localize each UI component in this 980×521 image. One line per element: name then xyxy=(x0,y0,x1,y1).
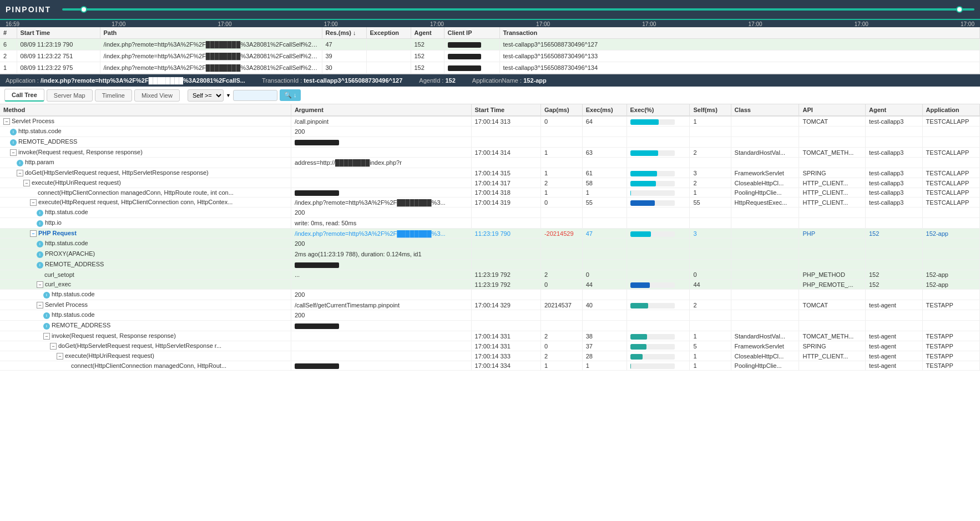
ct-agent: test-callapp3 xyxy=(865,188,922,198)
call-tree-row[interactable]: ihttp.status.code 200 xyxy=(0,127,980,137)
expand-icon[interactable]: − xyxy=(10,149,17,156)
ct-exec-pct xyxy=(627,249,690,260)
ct-method: connect(HttpClientConnection managedConn… xyxy=(0,188,291,198)
table-row[interactable]: 6 08/09 11:23:19 790 /index.php?remote=h… xyxy=(0,39,980,50)
expand-icon[interactable]: − xyxy=(17,170,23,176)
expand-icon[interactable]: − xyxy=(50,343,57,350)
call-tree-row[interactable]: −doGet(HttpServletRequest request, HttpS… xyxy=(0,341,980,351)
ct-method: −invoke(Request request, Response respon… xyxy=(0,331,291,341)
expand-icon[interactable]: − xyxy=(3,118,10,125)
col-header-exc: Exception xyxy=(366,27,411,39)
timeline-thumb-left[interactable] xyxy=(80,6,87,13)
transaction-section: # Start Time Path Res.(ms) ↓ Exception A… xyxy=(0,27,980,74)
expand-icon[interactable]: − xyxy=(43,333,50,340)
call-tree-row[interactable]: ihttp.status.code 200 xyxy=(0,310,980,321)
call-tree-row[interactable]: −execute(HttpUriRequest request) 17:00:1… xyxy=(0,178,980,188)
exec-bar xyxy=(630,344,647,350)
call-tree-row[interactable]: iREMOTE_ADDRESS xyxy=(0,321,980,331)
exec-bar-container xyxy=(630,200,675,206)
call-tree-row[interactable]: connect(HttpClientConnection managedConn… xyxy=(0,361,980,371)
tl-8: 17:00 xyxy=(855,21,868,27)
exec-bar xyxy=(630,181,656,186)
ct-agent: test-agent xyxy=(865,351,922,361)
cell-agent: 152 xyxy=(411,62,444,74)
tab-call-tree[interactable]: Call Tree xyxy=(4,89,44,102)
call-tree-row[interactable]: iREMOTE_ADDRESS xyxy=(0,260,980,270)
call-tree-row[interactable]: iREMOTE_ADDRESS xyxy=(0,137,980,148)
exec-bar-container xyxy=(630,334,675,340)
ct-gap: -20214529 xyxy=(540,229,582,239)
ct-api xyxy=(799,310,866,321)
self-filter-select[interactable]: Self >= xyxy=(188,89,224,102)
call-tree-row[interactable]: iPROXY(APACHE) 2ms ago(11:23:19 788), du… xyxy=(0,249,980,260)
ct-class: PoolingHttpClie... xyxy=(731,361,799,371)
ct-exec-pct xyxy=(627,127,690,137)
call-tree-container[interactable]: Method Argument Start Time Gap(ms) Exec(… xyxy=(0,104,980,393)
ct-exec-pct xyxy=(627,188,690,198)
timeline-thumb-right[interactable] xyxy=(956,6,963,13)
expand-icon[interactable]: − xyxy=(57,353,63,360)
exec-bar-container xyxy=(630,119,675,125)
tab-timeline[interactable]: Timeline xyxy=(95,89,132,102)
expand-icon[interactable]: − xyxy=(37,302,43,308)
ct-application: TESTCALLAPP xyxy=(922,178,979,188)
ct-agent: test-callapp3 xyxy=(865,116,922,127)
ct-application: 152-app xyxy=(922,229,979,239)
call-tree-row[interactable]: −invoke(Request request, Response respon… xyxy=(0,148,980,158)
ct-starttime: 17:00:14 331 xyxy=(471,341,540,351)
call-tree-row[interactable]: ihttp.param address=http://████████index… xyxy=(0,158,980,168)
ct-api xyxy=(799,127,866,137)
ct-agent: test-callapp3 xyxy=(865,168,922,178)
ct-argument xyxy=(291,137,471,148)
call-tree-row[interactable]: ihttp.status.code 200 xyxy=(0,208,980,218)
call-tree-row[interactable]: −PHP Request /index.php?remote=http%3A%2… xyxy=(0,229,980,239)
ct-method: iPROXY(APACHE) xyxy=(0,249,291,260)
call-tree-row[interactable]: curl_setopt ... 11:23:19 792 2 0 0 PHP_M… xyxy=(0,270,980,280)
ct-application xyxy=(922,158,979,168)
tab-mixed-view[interactable]: Mixed View xyxy=(134,89,180,102)
ct-gap: 1 xyxy=(540,148,582,158)
ct-exec-ms: 37 xyxy=(582,341,627,351)
ct-starttime xyxy=(471,310,540,321)
timeline-bar[interactable] xyxy=(62,0,974,19)
expand-icon[interactable]: − xyxy=(37,281,43,288)
exec-bar-container xyxy=(630,181,675,186)
ct-self-ms xyxy=(690,321,731,331)
expand-icon[interactable]: − xyxy=(23,180,30,186)
call-tree-row[interactable]: −doGet(HttpServletRequest request, HttpS… xyxy=(0,168,980,178)
call-tree-row[interactable]: −curl_exec 11:23:19 792 0 44 44 PHP_REMO… xyxy=(0,280,980,290)
tl-0: 16:59 xyxy=(6,21,19,27)
call-tree-row[interactable]: ihttp.status.code 200 xyxy=(0,290,980,300)
search-button[interactable]: 🔍 ↓ xyxy=(280,89,301,101)
exec-bar-container xyxy=(630,231,675,237)
ct-gap: 20214537 xyxy=(540,300,582,310)
tab-server-map[interactable]: Server Map xyxy=(47,89,93,102)
ct-exec-pct xyxy=(627,300,690,310)
expand-icon[interactable]: − xyxy=(30,199,37,206)
ct-col-api: API xyxy=(799,104,866,116)
call-tree-row[interactable]: −invoke(Request request, Response respon… xyxy=(0,331,980,341)
ct-col-application: Application xyxy=(922,104,979,116)
expand-icon[interactable]: − xyxy=(30,230,37,237)
table-row[interactable]: 2 08/09 11:23:22 751 /index.php?remote=h… xyxy=(0,50,980,62)
cell-ip xyxy=(444,50,499,62)
call-tree-row[interactable]: −execute(HttpRequest request, HttpClient… xyxy=(0,198,980,208)
table-row[interactable]: 1 08/09 11:23:22 975 /index.php?remote=h… xyxy=(0,62,980,74)
call-tree-row[interactable]: ihttp.status.code 200 xyxy=(0,239,980,249)
ct-gap xyxy=(540,158,582,168)
ct-api: HTTP_CLIENT... xyxy=(799,198,866,208)
call-tree-row[interactable]: −Servlet Process /callSelf/getCurrentTim… xyxy=(0,300,980,310)
ct-method: ihttp.status.code xyxy=(0,310,291,321)
cell-tx: test-callapp3^1565088730496^127 xyxy=(499,39,980,50)
ct-agent xyxy=(865,321,922,331)
time-filter-input[interactable]: 1000(ms) xyxy=(233,90,277,101)
call-tree-row[interactable]: −execute(HttpUriRequest request) 17:00:1… xyxy=(0,351,980,361)
transaction-table: # Start Time Path Res.(ms) ↓ Exception A… xyxy=(0,27,980,74)
call-tree-row[interactable]: ihttp.io write: 0ms, read: 50ms xyxy=(0,218,980,229)
ct-api xyxy=(799,137,866,148)
filter-group: Self >= ▼ 1000(ms) 🔍 ↓ xyxy=(188,89,301,102)
ct-api xyxy=(799,361,866,371)
call-tree-row[interactable]: −Servlet Process /call.pinpoint 17:00:14… xyxy=(0,116,980,127)
call-tree-row[interactable]: connect(HttpClientConnection managedConn… xyxy=(0,188,980,198)
ct-class xyxy=(731,270,799,280)
